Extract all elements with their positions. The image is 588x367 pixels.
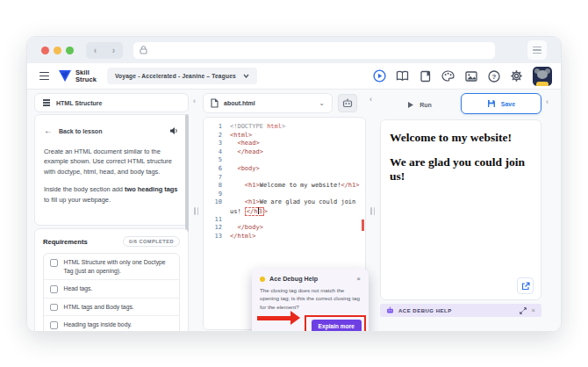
ace-debug-help-bar[interactable]: ACE DEBUG HELP × [380, 304, 541, 317]
back-button[interactable]: ‹ [94, 46, 97, 55]
skill-struck-logo[interactable]: Skill Struck [58, 69, 97, 83]
address-bar[interactable] [133, 42, 495, 59]
maximize-window-button[interactable] [66, 47, 74, 54]
line-number: 4 [204, 148, 230, 157]
save-button[interactable]: Save [461, 93, 541, 114]
ace-debug-popup: Ace Debug Help × The closing tag does no… [252, 269, 369, 332]
lesson-task-text: Inside the body section add two heading … [44, 184, 179, 205]
minimize-window-button[interactable] [54, 47, 61, 54]
requirement-checkbox[interactable] [50, 321, 58, 329]
list-icon [43, 99, 50, 106]
open-book-icon[interactable] [396, 69, 409, 83]
requirement-checkbox[interactable] [50, 259, 58, 267]
requirement-item[interactable]: Head tags. [44, 279, 179, 298]
ace-robot-button[interactable] [338, 94, 357, 112]
browser-toolbar: ‹ › [27, 37, 561, 63]
collapse-lesson-chevron-icon[interactable]: ‹ [193, 97, 196, 105]
hamburger-menu-button[interactable] [39, 72, 49, 81]
line-number: 9 [204, 191, 230, 199]
palette-icon[interactable] [441, 69, 455, 83]
chevron-down-icon [243, 74, 249, 78]
run-button[interactable]: Run [380, 95, 459, 114]
play-circle-icon[interactable] [373, 69, 386, 83]
line-number: 11 [204, 216, 230, 225]
code-line[interactable]: 13</html> [204, 233, 365, 241]
code-line[interactable]: 7 [204, 174, 365, 183]
file-icon [211, 98, 219, 108]
requirement-label: HTML Structure with only one Doctype Tag… [64, 258, 174, 275]
open-external-button[interactable] [517, 277, 534, 294]
line-number: 3 [204, 140, 230, 148]
ace-bar-label: ACE DEBUG HELP [398, 308, 452, 313]
code-line[interactable]: 2<html> [204, 132, 365, 140]
line-number: 10 [204, 198, 230, 207]
file-name: about.html [224, 100, 255, 106]
close-window-button[interactable] [41, 47, 49, 54]
forward-button[interactable]: › [112, 46, 115, 55]
preview-heading-2: We are glad you could join us! [390, 155, 532, 184]
line-number [204, 207, 230, 216]
line-number: 12 [204, 224, 230, 233]
course-selector-dropdown[interactable]: Voyage - Accelerated - Jeanine – Teagues [107, 68, 257, 84]
lesson-panel-header[interactable]: HTML Structure [34, 93, 189, 112]
ace-bar-close-icon[interactable]: × [532, 307, 535, 313]
logo-shield-icon [58, 69, 72, 83]
bulb-icon [260, 277, 265, 282]
code-line[interactable]: 10 <h1>We are glad you could join [204, 198, 365, 207]
requirement-label: Heading tags inside body. [64, 320, 133, 329]
code-line[interactable]: 1<!DOCTYPE html> [204, 123, 365, 132]
app-header: Skill Struck Voyage - Accelerated - Jean… [27, 63, 561, 90]
line-number: 6 [204, 165, 230, 174]
editor-resize-handle[interactable] [370, 207, 375, 215]
browser-nav: ‹ › [86, 42, 123, 59]
back-arrow-icon[interactable]: ← [44, 127, 53, 134]
back-to-lesson-link[interactable]: Back to lesson [59, 128, 102, 134]
collapse-preview-chevron-icon[interactable]: ‹ [546, 97, 549, 106]
requirement-label: HTML tags and Body tags. [64, 303, 134, 312]
code-line[interactable]: 8 <h1>Welcome to my website!</h1> [204, 182, 365, 191]
code-line[interactable]: 5 [204, 156, 365, 165]
requirement-checkbox[interactable] [50, 304, 58, 312]
avatar[interactable] [533, 67, 552, 86]
code-line[interactable]: 9 [204, 191, 365, 199]
panel-resize-handle[interactable] [194, 207, 198, 215]
file-dropdown-chevron-icon[interactable]: ⌄ [319, 99, 325, 107]
lesson-task-bold: two heading tags [125, 185, 177, 193]
popup-title: Ace Debug Help [269, 275, 318, 283]
line-number: 1 [204, 123, 230, 132]
line-number: 7 [204, 174, 230, 183]
line-number: 13 [204, 233, 230, 241]
requirements-progress-badge: 0/6 COMPLETED [123, 236, 180, 247]
image-icon[interactable] [464, 69, 477, 83]
code-lines: 1<!DOCTYPE html>2<html>3 <head>4 </head>… [204, 118, 365, 241]
line-number: 8 [204, 182, 230, 191]
speaker-icon[interactable] [169, 123, 179, 139]
code-line[interactable]: 3 <head> [204, 140, 365, 148]
run-play-icon [407, 101, 414, 109]
requirement-item[interactable]: HTML Structure with only one Doctype Tag… [44, 254, 179, 279]
traffic-lights [41, 47, 74, 54]
main-content: HTML Structure ← Back to lesson Create a… [27, 90, 561, 331]
requirement-item[interactable]: Heading tags inside body. [44, 315, 179, 332]
popup-message: The closing tag does not match the openi… [260, 286, 362, 311]
lesson-title: HTML Structure [56, 100, 102, 106]
browser-menu-button[interactable] [527, 40, 547, 60]
help-icon[interactable]: ? [487, 69, 500, 83]
notebook-icon[interactable] [419, 69, 432, 83]
expand-icon[interactable] [520, 307, 527, 314]
svg-text:?: ? [491, 72, 496, 80]
requirement-item[interactable]: HTML tags and Body tags. [44, 298, 179, 316]
code-line[interactable]: us! </h3> [204, 207, 365, 216]
requirement-checkbox[interactable] [50, 285, 58, 293]
gear-icon[interactable] [510, 69, 523, 83]
explain-more-button[interactable]: Explain more [312, 320, 362, 332]
error-marker [362, 219, 364, 231]
code-line[interactable]: 11 [204, 216, 365, 225]
code-line[interactable]: 6 <body> [204, 165, 365, 174]
collapse-editor-chevron-icon[interactable]: ‹ [369, 95, 372, 104]
file-tab[interactable]: about.html ⌄ [203, 93, 333, 113]
code-line[interactable]: 4 </head> [204, 148, 365, 157]
code-line[interactable]: 12 </body> [204, 224, 365, 233]
popup-close-icon[interactable]: × [356, 276, 361, 283]
lesson-scrollbar[interactable] [185, 114, 189, 235]
